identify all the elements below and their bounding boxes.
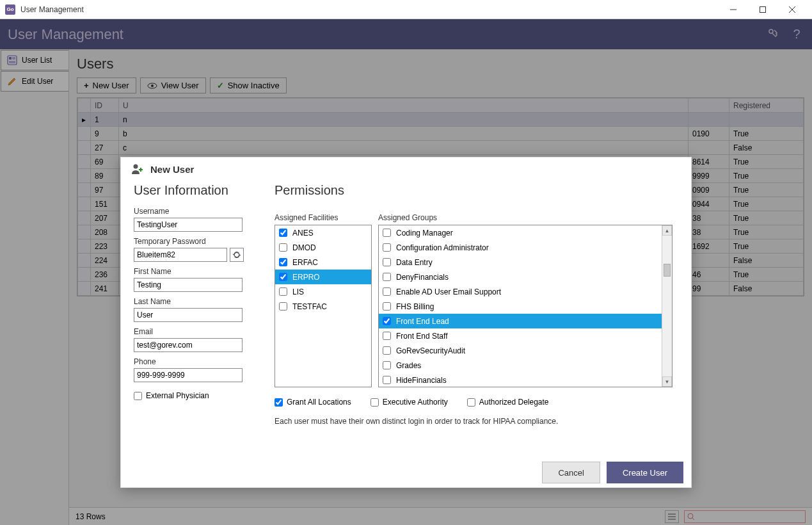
group-item[interactable]: Data Entry [379, 255, 662, 270]
app-icon: Go [5, 4, 15, 15]
temp-password-label: Temporary Password [134, 237, 262, 246]
new-user-modal: New User User Information Username Tempo… [120, 157, 692, 488]
groups-listbox[interactable]: Coding ManagerConfiguration Administrato… [378, 225, 673, 387]
scroll-up-arrow[interactable]: ▲ [662, 225, 672, 236]
first-name-label: First Name [134, 267, 262, 276]
minimize-icon [730, 6, 736, 13]
maximize-icon [760, 6, 766, 13]
facility-item[interactable]: ERPRO [275, 270, 371, 284]
username-input[interactable] [134, 218, 243, 232]
keys-icon[interactable] [766, 27, 781, 42]
assigned-facilities-label: Assigned Facilities [275, 213, 372, 222]
last-name-label: Last Name [134, 297, 262, 306]
window-title: User Management [20, 5, 719, 14]
user-info-heading: User Information [134, 183, 262, 198]
group-item[interactable]: Grades [379, 358, 662, 373]
first-name-input[interactable] [134, 278, 243, 292]
facility-item[interactable]: LIS [275, 284, 371, 299]
titlebar: Go User Management [0, 0, 812, 19]
facility-item[interactable]: TESTFAC [275, 299, 371, 314]
help-icon[interactable]: ? [789, 27, 804, 42]
email-input[interactable] [134, 338, 243, 352]
minimize-button[interactable] [719, 0, 748, 19]
refresh-icon [232, 250, 241, 259]
close-icon [789, 6, 795, 13]
group-item[interactable]: Coding Manager [379, 225, 662, 240]
grant-all-locations-checkbox[interactable]: Grant All Locations [275, 398, 351, 407]
group-item[interactable]: Front End Staff [379, 328, 662, 343]
facility-item[interactable]: ERFAC [275, 255, 371, 270]
username-label: Username [134, 207, 262, 216]
last-name-input[interactable] [134, 308, 243, 322]
email-label: Email [134, 327, 262, 336]
close-button[interactable] [777, 0, 807, 19]
user-info-column: User Information Username Temporary Pass… [134, 183, 262, 426]
create-user-button[interactable]: Create User [607, 462, 683, 483]
modal-title: New User [150, 164, 194, 175]
header-title: User Management [8, 26, 758, 43]
permissions-column: Permissions Assigned Facilities ANESDMOD… [275, 183, 678, 426]
add-user-icon [131, 163, 144, 175]
maximize-button[interactable] [748, 0, 777, 19]
phone-input[interactable] [134, 368, 243, 382]
group-item[interactable]: Configuration Administrator [379, 240, 662, 255]
permissions-heading: Permissions [275, 183, 678, 198]
group-item[interactable]: DenyFinancials [379, 270, 662, 284]
group-item[interactable]: HideFinancials [379, 373, 662, 387]
cancel-button[interactable]: Cancel [542, 462, 600, 483]
phone-label: Phone [134, 357, 262, 366]
scroll-down-arrow[interactable]: ▼ [662, 376, 672, 387]
assigned-groups-label: Assigned Groups [378, 213, 673, 222]
external-physician-checkbox[interactable]: External Physician [134, 391, 262, 400]
modal-header: New User [121, 158, 691, 181]
svg-point-17 [134, 165, 138, 169]
facility-item[interactable]: ANES [275, 225, 371, 240]
group-item[interactable]: Enable AD User Email Support [379, 284, 662, 299]
executive-authority-checkbox[interactable]: Executive Authority [370, 398, 448, 407]
group-item[interactable]: FHS Billing [379, 299, 662, 314]
temp-password-input[interactable] [134, 248, 227, 262]
group-item[interactable]: Front End Lead [379, 314, 662, 328]
app-header: User Management ? [0, 19, 812, 49]
hipaa-note: Each user must have their own distinct l… [275, 417, 678, 426]
authorized-delegate-checkbox[interactable]: Authorized Delegate [467, 398, 549, 407]
facilities-listbox[interactable]: ANESDMODERFACERPROLISTESTFAC [275, 225, 372, 387]
scroll-thumb[interactable] [664, 264, 671, 277]
svg-rect-1 [760, 6, 766, 12]
group-item[interactable]: GoRevSecurityAudit [379, 343, 662, 358]
groups-scrollbar[interactable]: ▲ ▼ [662, 225, 672, 387]
modal-footer: Cancel Create User [121, 458, 691, 487]
regenerate-password-button[interactable] [230, 248, 244, 262]
facility-item[interactable]: DMOD [275, 240, 371, 255]
